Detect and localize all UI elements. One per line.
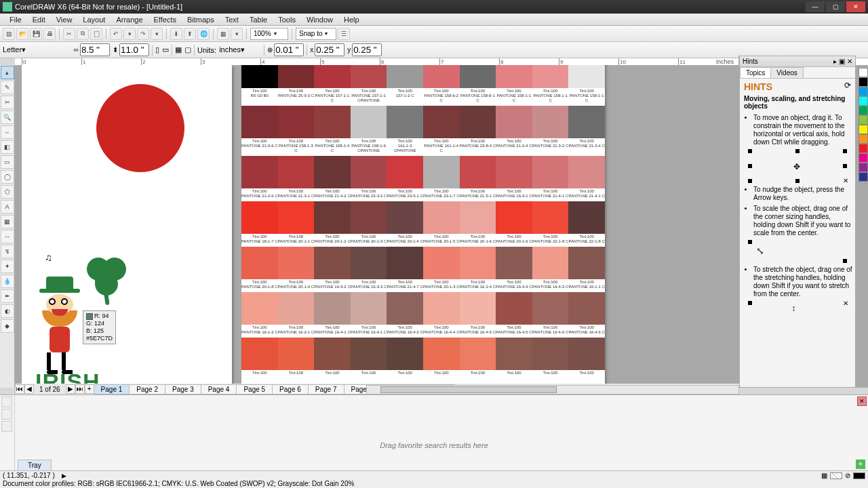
color-swatch[interactable] [278,201,315,234]
ellipse-tool-icon[interactable]: ◯ [1,170,14,184]
close-button[interactable]: ✕ [846,1,865,12]
minimize-button[interactable]: — [806,1,825,12]
menu-bitmaps[interactable]: Bitmaps [182,16,220,24]
tray-close-button[interactable]: ✕ [857,396,867,406]
first-page-button[interactable]: ⏮ [15,384,24,394]
last-page-button[interactable]: ⏭ [75,384,85,394]
menu-file[interactable]: File [4,16,27,24]
tray-lib-icon[interactable] [1,421,12,432]
color-swatch[interactable] [460,65,496,88]
color-swatch[interactable] [278,156,315,188]
menu-table[interactable]: Table [244,16,273,24]
palette-color[interactable] [859,87,868,96]
color-swatch[interactable] [460,201,496,234]
color-swatch[interactable] [387,247,423,279]
color-swatch[interactable] [532,65,569,88]
polygon-tool-icon[interactable]: ⬠ [1,185,14,199]
undo-drop-icon[interactable]: ▾ [123,28,136,40]
palette-color[interactable] [859,134,868,144]
page-tab[interactable]: Page 5 [236,384,273,394]
tray-fav-icon[interactable] [1,409,12,420]
page-tab[interactable]: Page 2 [129,384,165,394]
color-swatch[interactable] [387,106,423,138]
current-page-icon[interactable]: ▢ [184,45,191,54]
color-swatch[interactable] [460,247,496,279]
color-swatch[interactable] [351,106,387,138]
color-swatch[interactable] [532,201,569,234]
color-swatch[interactable] [314,247,351,279]
paste-icon[interactable]: 📋 [90,28,102,40]
docker-close-icon[interactable]: ✕ [847,58,852,65]
color-swatch[interactable] [314,201,351,234]
color-swatch[interactable] [460,156,496,188]
color-swatch[interactable] [241,292,278,325]
outline-swatch[interactable] [853,472,865,479]
color-swatch[interactable] [241,156,278,188]
palette-color[interactable] [859,153,868,163]
palette-color[interactable] [859,163,868,172]
color-swatch[interactable] [496,292,532,325]
print-icon[interactable]: 🖶 [43,28,56,40]
tray-search-icon[interactable] [1,396,12,407]
color-swatch[interactable] [496,156,532,188]
palette-color[interactable] [859,144,868,153]
color-swatch[interactable] [241,201,278,234]
pick-tool-icon[interactable]: ▴ [1,66,14,79]
tab-videos[interactable]: Videos [770,67,803,78]
color-swatch[interactable] [314,156,351,188]
color-swatch[interactable] [496,247,532,279]
nudge-field[interactable]: ⊕ [267,43,304,56]
new-icon[interactable]: ▧ [3,28,15,40]
page-tab[interactable]: Page 3 [165,384,201,394]
fill-swatch[interactable] [830,472,842,479]
pantone-palette-sheet[interactable]: Tint:100R0 G0 B0Tint:100PANTONE 25-5-3 C… [241,65,605,385]
menu-layout[interactable]: Layout [77,16,111,24]
play-icon[interactable]: ▶ [62,472,66,479]
palette-color[interactable] [859,77,868,87]
color-swatch[interactable] [351,201,387,234]
color-swatch[interactable] [351,338,387,370]
color-swatch[interactable] [460,292,496,325]
page-tab[interactable]: Page 6 [272,384,309,394]
color-swatch[interactable] [568,201,605,234]
menu-arrange[interactable]: Arrange [111,16,148,24]
interactive-tool-icon[interactable]: ✦ [1,260,14,273]
menu-text[interactable]: Text [220,16,244,24]
menu-edit[interactable]: Edit [27,16,51,24]
options-icon[interactable]: ☰ [338,28,350,40]
color-swatch[interactable] [496,338,532,370]
palette-color[interactable] [859,172,868,182]
page-height-field[interactable]: ⬍ [113,43,149,56]
page-width-field[interactable]: ⬄ [73,43,110,56]
refresh-icon[interactable]: ⟳ [844,81,851,90]
color-swatch[interactable] [314,292,351,325]
page-preset-combo[interactable]: Letter▾ [3,45,71,54]
snap-combo[interactable]: Snap to▾ [296,28,336,40]
smart-fill-icon[interactable]: ◧ [1,140,14,154]
import-icon[interactable]: ⬇ [170,28,182,40]
all-pages-icon[interactable]: ▦ [175,45,182,54]
color-swatch[interactable] [241,65,278,88]
copy-icon[interactable]: ⧉ [77,28,89,40]
next-page-button[interactable]: ▶ [66,384,75,394]
color-swatch[interactable] [568,156,605,188]
palette-color[interactable] [859,68,868,77]
menu-help[interactable]: Help [338,16,365,24]
docker-menu-icon[interactable]: ▸ [833,58,837,65]
color-swatch[interactable] [532,106,569,138]
freehand-tool-icon[interactable]: ～ [1,125,14,139]
page-tab[interactable]: Page 1 [94,384,130,394]
color-swatch[interactable] [241,247,278,279]
color-swatch[interactable] [241,338,278,370]
color-swatch[interactable] [568,292,605,325]
rectangle-tool-icon[interactable]: ▭ [1,155,14,169]
color-swatch[interactable] [423,292,460,325]
color-palette-strip[interactable] [859,68,868,182]
color-swatch[interactable] [496,65,532,88]
table-tool-icon[interactable]: ▦ [1,215,14,228]
color-swatch[interactable] [387,65,423,88]
portrait-icon[interactable]: ▯ [155,45,159,54]
shape-tool-icon[interactable]: ✎ [1,81,14,94]
tray-tab[interactable]: Tray [18,460,52,470]
dup-y-field[interactable]: y [347,43,382,56]
